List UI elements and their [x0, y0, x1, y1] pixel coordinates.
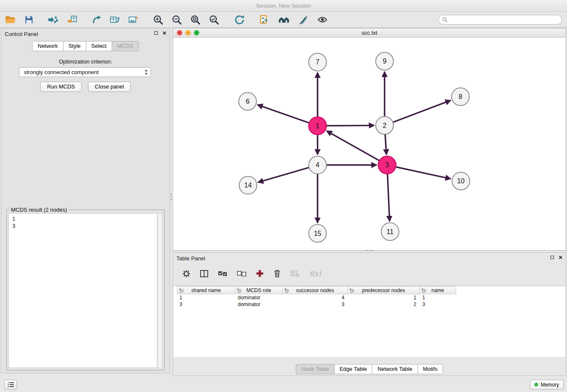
graph-node-8[interactable]: 8	[451, 88, 469, 106]
attribute-type-icon	[350, 288, 354, 293]
optimization-label: Optimization criterion:	[1, 58, 170, 65]
graph-edge-1-6[interactable]	[258, 105, 309, 123]
column-header-MCDS-role[interactable]: MCDS role	[235, 286, 283, 294]
graph-node-14[interactable]: 14	[239, 177, 257, 194]
refresh-button[interactable]	[234, 14, 245, 26]
network-graph[interactable]: 7968124314101511	[173, 38, 566, 250]
float-panel-icon[interactable]	[154, 31, 158, 35]
graph-edge-4-14[interactable]	[258, 168, 309, 182]
close-panel-icon[interactable]: ×	[162, 31, 166, 35]
gear-icon	[182, 270, 190, 278]
zoom-in-button[interactable]	[152, 14, 164, 26]
table-cell[interactable]: 3	[283, 301, 348, 308]
annotation-button[interactable]	[298, 14, 309, 25]
add-column-button[interactable]	[255, 269, 264, 278]
table-tab-node-table[interactable]: Node Table	[296, 364, 335, 374]
search-input[interactable]	[450, 17, 558, 23]
graph-node-1[interactable]: 1	[309, 117, 327, 135]
mcds-result-item[interactable]: 1	[9, 215, 157, 222]
import-table-button[interactable]	[66, 14, 78, 25]
graph-edge-3-10[interactable]	[396, 167, 451, 179]
import-network-button[interactable]	[47, 14, 59, 25]
close-table-panel-icon[interactable]: ×	[559, 255, 562, 259]
criterion-value: strongly connected component	[24, 69, 99, 75]
zoom-fit-button[interactable]	[190, 14, 201, 26]
close-panel-button[interactable]: Close panel	[88, 82, 131, 92]
mcds-result-item[interactable]: 3	[9, 222, 157, 229]
run-mcds-button[interactable]: Run MCDS	[40, 82, 82, 92]
table-settings-button[interactable]	[182, 269, 191, 279]
import-network-icon	[48, 15, 58, 24]
deselect-all-button[interactable]	[236, 270, 247, 277]
table-cell[interactable]: 1	[348, 294, 420, 301]
save-session-button[interactable]	[24, 14, 34, 25]
column-header-successor-nodes[interactable]: successor nodes	[283, 286, 348, 294]
export-image-button[interactable]	[128, 14, 140, 25]
tab-style[interactable]: Style	[63, 41, 86, 51]
table-cell[interactable]: dominator	[235, 301, 283, 308]
show-panels-button[interactable]	[4, 380, 17, 389]
graph-edge-2-3[interactable]	[385, 134, 386, 155]
column-header-shared-name[interactable]: shared name	[177, 286, 235, 294]
tab-mcds[interactable]: MCDS	[112, 41, 139, 51]
table-cell[interactable]: dominator	[235, 294, 283, 301]
graph-edge-1-2[interactable]	[326, 125, 374, 126]
table-tab-network-table[interactable]: Network Table	[372, 364, 418, 374]
network-from-table-button[interactable]	[109, 14, 121, 25]
zoom-selected-button[interactable]	[208, 14, 220, 26]
graph-node-3[interactable]: 3	[378, 156, 396, 174]
delete-table-button[interactable]	[290, 269, 300, 278]
tab-network[interactable]: Network	[32, 41, 63, 51]
close-window-button[interactable]: ×	[177, 30, 182, 36]
minimize-window-button[interactable]: −	[185, 30, 191, 36]
open-session-button[interactable]	[4, 14, 17, 25]
first-neighbors-button[interactable]	[259, 14, 270, 25]
horizontal-splitter-handle[interactable]	[364, 249, 375, 251]
tab-select[interactable]: Select	[86, 41, 112, 51]
graph-node-4[interactable]: 4	[309, 156, 327, 174]
search-box[interactable]	[438, 15, 562, 25]
attribute-type-icon	[179, 288, 184, 293]
graph-node-9[interactable]: 9	[376, 52, 394, 70]
function-builder-button[interactable]: f(x)	[308, 269, 322, 279]
graph-edge-3-1[interactable]	[327, 131, 379, 160]
zoom-out-button[interactable]	[171, 14, 183, 26]
graph-edge-3-11[interactable]	[388, 174, 390, 221]
table-cell[interactable]: 1	[177, 294, 235, 301]
graph-edge-2-8[interactable]	[393, 100, 450, 122]
select-all-icon	[218, 271, 227, 276]
graph-node-7[interactable]: 7	[309, 53, 327, 71]
graph-node-10[interactable]: 10	[452, 172, 470, 190]
export-image-icon	[129, 15, 139, 24]
table-cell[interactable]: 3	[420, 301, 456, 308]
column-header-predecessor-nodes[interactable]: predecessor nodes	[348, 286, 420, 294]
table-cell[interactable]: 3	[177, 301, 235, 308]
table-cell[interactable]: 1	[420, 294, 456, 301]
column-header-name[interactable]: name	[420, 286, 456, 294]
graph-node-11[interactable]: 11	[381, 223, 399, 240]
home-button[interactable]	[278, 15, 290, 25]
maximize-window-button[interactable]: +	[194, 30, 199, 36]
table-cell[interactable]: 2	[348, 301, 420, 308]
graph-node-6[interactable]: 6	[239, 92, 256, 110]
new-network-button[interactable]	[91, 14, 102, 25]
show-columns-button[interactable]	[199, 269, 209, 278]
show-hide-button[interactable]	[317, 15, 328, 25]
delete-column-button[interactable]	[272, 268, 282, 279]
vertical-splitter-handle[interactable]	[170, 191, 172, 202]
memory-button[interactable]: Memory	[530, 380, 564, 389]
table-row[interactable]: 3dominator323	[177, 301, 565, 308]
select-all-button[interactable]	[217, 270, 228, 277]
criterion-dropdown[interactable]: strongly connected component	[19, 67, 151, 77]
table-cell[interactable]: 4	[283, 294, 348, 301]
mcds-result-list[interactable]: 13	[8, 213, 157, 368]
network-arrow-icon	[92, 15, 102, 24]
table-row[interactable]: 1dominator411	[177, 294, 565, 301]
graph-node-2[interactable]: 2	[376, 116, 394, 134]
table-tab-edge-table[interactable]: Edge Table	[334, 364, 372, 374]
graph-node-15[interactable]: 15	[309, 224, 327, 242]
list-scrollbar[interactable]	[158, 213, 162, 368]
network-canvas[interactable]: 7968124314101511	[173, 38, 566, 250]
float-table-panel-icon[interactable]	[550, 256, 554, 259]
table-tab-motifs[interactable]: Motifs	[417, 364, 443, 374]
